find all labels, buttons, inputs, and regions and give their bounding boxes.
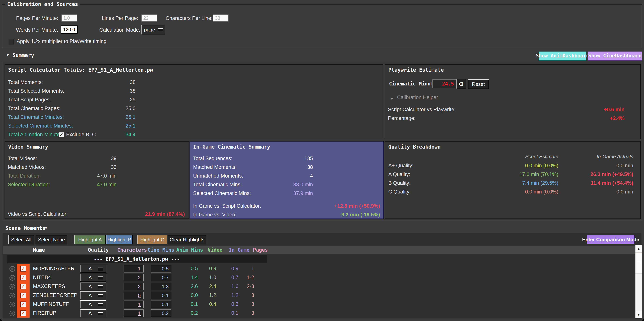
quality-dropdown[interactable]: A bbox=[80, 292, 106, 300]
words-per-minute-field[interactable]: 120.0 bbox=[61, 26, 78, 34]
row-radio[interactable] bbox=[10, 266, 15, 272]
row-name: ZENSLEEPCREEP bbox=[33, 291, 77, 300]
characters-field[interactable]: 2 bbox=[124, 283, 144, 290]
row-radio[interactable] bbox=[10, 310, 15, 316]
column-header-in-game[interactable]: In Game bbox=[227, 246, 252, 254]
row-radio[interactable] bbox=[10, 284, 15, 290]
row-value: 25.1 bbox=[105, 123, 136, 129]
percentage-value: +2.4% bbox=[568, 116, 624, 121]
quality-value: A bbox=[88, 302, 92, 307]
row-check-cell: ✓ bbox=[17, 291, 30, 300]
row-label: Total Animation Minutes: bbox=[8, 132, 64, 138]
table-row[interactable]: ✓ MAXCREEPS A 2 1.3 2.6 2.4 1.6 2-3 bbox=[3, 282, 635, 291]
lines-per-page-field[interactable]: 22 bbox=[142, 14, 157, 22]
table-row[interactable]: ✓ MORNINGAFTER A 1 0.5 0.5 0.9 0.9 1 bbox=[3, 264, 635, 273]
dropdown-arrow-icon bbox=[98, 286, 103, 288]
scene-moments-header[interactable]: Scene Moments bbox=[5, 225, 45, 231]
quality-dropdown[interactable]: A bbox=[80, 282, 106, 290]
exclude-bc-checkbox[interactable]: ✓ bbox=[59, 132, 64, 138]
row-label: Selected Duration: bbox=[8, 182, 50, 188]
cine-mins-field[interactable]: 0.1 bbox=[151, 300, 171, 308]
row-checkbox[interactable]: ✓ bbox=[20, 302, 26, 307]
video-value: 2.4 bbox=[200, 282, 216, 291]
characters-field[interactable]: 1 bbox=[124, 265, 144, 272]
table-row[interactable]: ✓ NITEB4 A 2 0.7 1.4 1.0 0.7 1-2 bbox=[3, 273, 635, 282]
calibration-helper-arrow-icon[interactable]: ▶ bbox=[390, 96, 393, 100]
cinematic-minutes-field[interactable]: 24.5 bbox=[432, 80, 456, 88]
characters-field[interactable]: 2 bbox=[124, 274, 144, 282]
dropdown-arrow-icon bbox=[98, 303, 103, 306]
row-checkbox[interactable]: ✓ bbox=[20, 284, 26, 289]
column-header-characters[interactable]: Characters bbox=[116, 246, 148, 254]
multiplier-checkbox-label: Apply 1.2x multiplier to PlayWrite timin… bbox=[17, 38, 106, 45]
video-value: 1.2 bbox=[200, 291, 216, 300]
pages-per-minute-field[interactable]: 1.0 bbox=[62, 14, 77, 22]
reset-button[interactable]: Reset bbox=[468, 80, 489, 89]
app-window: Calibration and Sources Pages Per Minute… bbox=[0, 0, 644, 321]
row-checkbox[interactable]: ✓ bbox=[20, 310, 26, 316]
characters-field[interactable]: 1 bbox=[124, 300, 144, 308]
in-game-value: 1.2 bbox=[222, 291, 238, 300]
actual-value: 26.3 min (+49.5%) bbox=[574, 172, 633, 177]
highlight-c-button[interactable]: Highlight C bbox=[137, 235, 167, 244]
row-label: A+ Quality: bbox=[388, 163, 414, 169]
row-radio[interactable] bbox=[10, 302, 15, 307]
show-cine-dashboard-button[interactable]: Show CineDashboard bbox=[588, 52, 642, 60]
summary-header[interactable]: Summary bbox=[12, 52, 34, 58]
column-header-name[interactable]: Name bbox=[33, 246, 56, 254]
characters-field[interactable]: 0 bbox=[124, 292, 144, 299]
row-name: MAXCREEPS bbox=[33, 282, 65, 291]
scene-moments-dropdown-icon[interactable]: ▼ bbox=[44, 226, 48, 230]
column-header-video[interactable]: Video bbox=[205, 246, 226, 254]
cine-mins-field[interactable]: 0.2 bbox=[151, 310, 171, 317]
clear-highlights-button[interactable]: Clear Highlights bbox=[168, 235, 206, 244]
quality-dropdown[interactable]: A bbox=[80, 265, 106, 273]
select-none-button[interactable]: Select None bbox=[36, 235, 67, 244]
row-check-cell: ✓ bbox=[17, 309, 30, 318]
multiplier-checkbox[interactable] bbox=[9, 39, 14, 44]
script-calculator-panel: Script Calculator Totals: EP7_S1_A_Helle… bbox=[4, 64, 383, 139]
in-game-value: 0.1 bbox=[222, 309, 238, 318]
table-row[interactable]: ✓ MUFFINSTUFF A 1 0.1 0.1 0.4 0.3 3 bbox=[3, 300, 635, 309]
quality-dropdown[interactable]: A bbox=[80, 309, 106, 317]
column-header-anim-mins[interactable]: Anim Mins bbox=[176, 246, 204, 254]
cine-mins-field[interactable]: 1.3 bbox=[151, 283, 171, 290]
gear-icon[interactable]: ⚙ bbox=[456, 79, 466, 89]
select-all-button[interactable]: Select All bbox=[8, 235, 34, 244]
scrollbar-thumb[interactable] bbox=[636, 253, 642, 274]
pages-value: 3 bbox=[238, 300, 254, 309]
row-label: Total Moments: bbox=[8, 80, 43, 85]
vs-playwrite-value: +0.6 min bbox=[568, 107, 624, 112]
summary-collapse-icon[interactable]: ▼ bbox=[6, 53, 10, 57]
video-value: 1.0 bbox=[200, 273, 216, 282]
column-header-cine-mins[interactable]: Cine Mins bbox=[147, 246, 175, 254]
chars-per-line-field[interactable]: 33 bbox=[213, 14, 228, 22]
column-header-quality[interactable]: Quality bbox=[88, 246, 109, 254]
characters-field[interactable]: 1 bbox=[124, 310, 144, 317]
quality-breakdown-title: Quality Breakdown bbox=[388, 144, 441, 150]
cine-mins-field[interactable]: 0.1 bbox=[151, 292, 171, 299]
table-row[interactable]: ✓ FIREITUP A 1 0.2 0.2 0.1 3 bbox=[3, 309, 635, 318]
calibration-helper-label[interactable]: Calibration Helper bbox=[397, 94, 438, 100]
highlight-b-button[interactable]: Highlight B bbox=[106, 235, 133, 244]
table-scrollbar[interactable]: ▲ ▼ bbox=[635, 245, 642, 318]
table-row[interactable]: ✓ ZENSLEEPCREEP A 0 0.1 0.0 1.2 1.2 3 bbox=[3, 291, 635, 300]
quality-dropdown[interactable]: A bbox=[80, 274, 106, 282]
scrollbar-down-icon[interactable]: ▼ bbox=[636, 311, 642, 318]
row-checkbox[interactable]: ✓ bbox=[20, 275, 26, 280]
cine-mins-field[interactable]: 0.5 bbox=[151, 265, 171, 272]
enter-comparison-mode-button[interactable]: Enter Comparison Mode bbox=[587, 235, 634, 244]
highlight-a-button[interactable]: Highlight A bbox=[74, 235, 106, 244]
dropdown-arrow-icon bbox=[158, 28, 163, 31]
calculation-mode-dropdown[interactable]: page bbox=[142, 25, 165, 34]
calculation-mode-value: page bbox=[144, 27, 155, 33]
quality-dropdown[interactable]: A bbox=[80, 300, 106, 308]
cine-mins-field[interactable]: 0.7 bbox=[151, 274, 171, 282]
column-header-pages[interactable]: Pages bbox=[250, 246, 271, 254]
row-radio[interactable] bbox=[10, 293, 15, 298]
row-radio[interactable] bbox=[10, 275, 15, 281]
scrollbar-up-icon[interactable]: ▲ bbox=[636, 245, 642, 252]
show-anim-dashboard-button[interactable]: Show AnimDashboard bbox=[539, 52, 586, 60]
row-checkbox[interactable]: ✓ bbox=[20, 266, 26, 272]
row-checkbox[interactable]: ✓ bbox=[20, 292, 26, 298]
